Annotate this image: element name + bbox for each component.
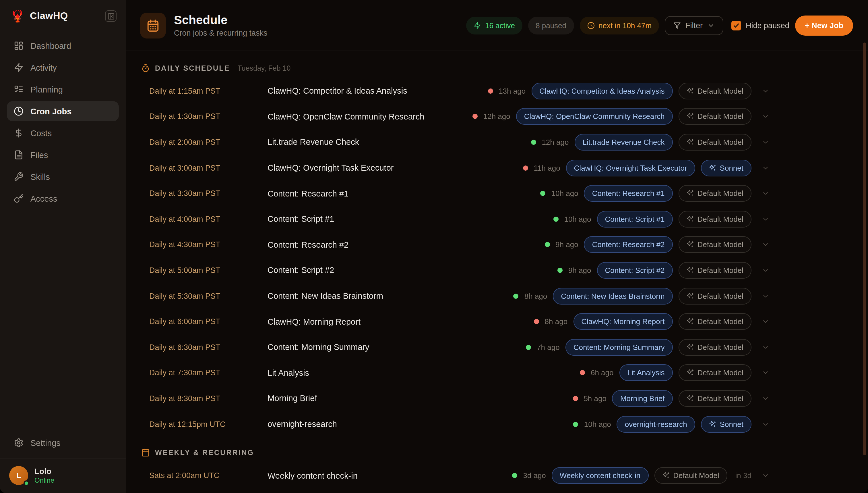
model-label: Default Model [698, 215, 744, 223]
chevron-down-icon[interactable] [762, 369, 769, 377]
sidebar-item-access[interactable]: Access [7, 189, 119, 209]
job-badge[interactable]: overnight-research [617, 416, 695, 432]
job-name: Content: Morning Summary [268, 342, 526, 352]
chevron-down-icon[interactable] [762, 138, 769, 146]
sidebar-item-planning[interactable]: Planning [7, 79, 119, 100]
model-badge[interactable]: Default Model [679, 313, 751, 330]
job-name: overnight-research [268, 420, 573, 429]
section-rows: Daily at 1:15am PST ClawHQ: Competitor &… [126, 78, 868, 437]
chevron-down-icon[interactable] [762, 215, 769, 223]
job-badge[interactable]: Content: Script #1 [597, 211, 672, 228]
chevron-down-icon[interactable] [762, 190, 769, 197]
job-row[interactable]: Daily at 5:30am PST Content: New Ideas B… [126, 283, 868, 309]
job-badge[interactable]: ClawHQ: Overnight Task Executor [566, 159, 695, 176]
model-badge[interactable]: Default Model [679, 390, 751, 407]
sidebar-item-skills[interactable]: Skills [7, 167, 119, 187]
model-badge[interactable]: Default Model [679, 287, 751, 304]
model-badge[interactable]: Sonnet [701, 416, 751, 432]
job-badge[interactable]: Lit Analysis [619, 365, 672, 381]
model-badge[interactable]: Default Model [679, 185, 751, 202]
job-badge[interactable]: Lit.trade Revenue Check [574, 134, 672, 151]
chevron-down-icon[interactable] [762, 420, 769, 428]
model-label: Default Model [698, 112, 744, 121]
job-row[interactable]: Daily at 4:30am PST Content: Research #2… [126, 232, 868, 257]
dollar-icon [14, 128, 24, 138]
filter-button[interactable]: Filter [665, 16, 723, 35]
brand-name: ClawHQ [30, 10, 100, 22]
chevron-down-icon[interactable] [762, 318, 769, 325]
last-run-time: 12h ago [483, 112, 510, 121]
job-row[interactable]: Sats at 2:00am UTC Weekly content check-… [126, 463, 868, 488]
job-badge[interactable]: Weekly content check-in [552, 467, 648, 484]
last-run-time: 5h ago [584, 394, 607, 403]
job-badge[interactable]: Content: Research #2 [584, 236, 673, 253]
job-row[interactable]: Daily at 1:15am PST ClawHQ: Competitor &… [126, 78, 868, 104]
hide-paused-checkbox[interactable] [731, 20, 741, 30]
job-row[interactable]: Daily at 2:00am PST Lit.trade Revenue Ch… [126, 129, 868, 155]
job-badge[interactable]: Content: Morning Summary [566, 339, 673, 356]
model-badge[interactable]: Default Model [679, 365, 751, 381]
job-badge[interactable]: Morning Brief [612, 390, 673, 407]
model-badge[interactable]: Default Model [679, 236, 751, 253]
job-badge[interactable]: ClawHQ: OpenClaw Community Research [516, 108, 673, 125]
sidebar-item-activity[interactable]: Activity [7, 58, 119, 78]
hide-paused-toggle[interactable]: Hide paused [731, 20, 789, 30]
job-badge[interactable]: Content: Research #1 [584, 185, 673, 202]
job-badge[interactable]: ClawHQ: Competitor & Ideas Analysis [531, 83, 672, 100]
sidebar-item-cron-jobs[interactable]: Cron Jobs [7, 101, 119, 121]
last-run-time: 9h ago [555, 240, 578, 249]
chevron-down-icon[interactable] [762, 164, 769, 172]
chevron-down-icon[interactable] [762, 343, 769, 351]
last-run-time: 13h ago [499, 87, 526, 95]
section-header: WEEKLY & RECURRING [126, 437, 868, 463]
model-badge[interactable]: Default Model [679, 108, 751, 125]
sidebar-item-dashboard[interactable]: Dashboard [7, 36, 119, 56]
job-row[interactable]: Daily at 1:30am PST ClawHQ: OpenClaw Com… [126, 104, 868, 129]
model-badge[interactable]: Default Model [679, 211, 751, 228]
job-row[interactable]: Daily at 6:00am PST ClawHQ: Morning Repo… [126, 309, 868, 335]
user-profile[interactable]: L Lolo Online [0, 458, 126, 493]
last-run-time: 8h ago [524, 292, 547, 300]
chevron-down-icon[interactable] [762, 472, 769, 479]
job-name: Content: New Ideas Brainstorm [268, 291, 513, 301]
model-badge[interactable]: Default Model [679, 134, 751, 151]
model-badge[interactable]: Default Model [679, 262, 751, 279]
job-schedule: Daily at 5:30am PST [149, 292, 268, 300]
job-badge[interactable]: Content: Script #2 [597, 262, 672, 279]
chevron-down-icon[interactable] [762, 292, 769, 300]
job-badge[interactable]: Content: New Ideas Brainstorm [553, 287, 672, 304]
model-label: Default Model [698, 317, 744, 326]
job-badge[interactable]: ClawHQ: Morning Report [573, 313, 672, 330]
job-row[interactable]: Daily at 3:30am PST Content: Research #1… [126, 181, 868, 206]
sidebar-item-costs[interactable]: Costs [7, 123, 119, 143]
model-badge[interactable]: Default Model [654, 467, 727, 484]
sidebar-item-files[interactable]: Files [7, 145, 119, 165]
job-row[interactable]: Daily at 3:00am PST ClawHQ: Overnight Ta… [126, 155, 868, 181]
chevron-down-icon[interactable] [762, 395, 769, 402]
job-schedule: Daily at 2:00am PST [149, 138, 268, 147]
model-label: Sonnet [720, 164, 744, 172]
timer-icon [141, 64, 150, 72]
job-name: ClawHQ: Competitor & Ideas Analysis [268, 86, 488, 96]
chevron-down-icon[interactable] [762, 241, 769, 249]
sidebar-item-settings[interactable]: Settings [7, 433, 119, 453]
model-badge[interactable]: Default Model [679, 83, 751, 100]
job-row[interactable]: Daily at 7:30am PST Lit Analysis 6h ago … [126, 360, 868, 386]
job-row[interactable]: Daily at 5:00am PST Content: Script #2 9… [126, 257, 868, 283]
chevron-down-icon[interactable] [762, 113, 769, 121]
model-badge[interactable]: Sonnet [701, 159, 751, 176]
chevron-down-icon[interactable] [762, 266, 769, 274]
model-label: Default Model [698, 343, 744, 351]
new-job-button[interactable]: + New Job [795, 15, 853, 35]
job-name: ClawHQ: OpenClaw Community Research [268, 112, 473, 121]
job-row[interactable]: Daily at 6:30am PST Content: Morning Sum… [126, 335, 868, 360]
model-badge[interactable]: Default Model [679, 339, 751, 356]
model-label: Default Model [698, 266, 744, 275]
job-row[interactable]: Daily at 12:15pm UTC overnight-research … [126, 411, 868, 437]
app-window: 🦞 ClawHQ DashboardActivityPlanningCron J… [0, 0, 868, 493]
scrollbar[interactable] [863, 43, 866, 455]
chevron-down-icon[interactable] [762, 87, 769, 95]
job-row[interactable]: Daily at 4:00am PST Content: Script #1 1… [126, 206, 868, 232]
sidebar-collapse-icon[interactable] [105, 10, 117, 22]
job-row[interactable]: Daily at 8:30am PST Morning Brief 5h ago… [126, 386, 868, 411]
